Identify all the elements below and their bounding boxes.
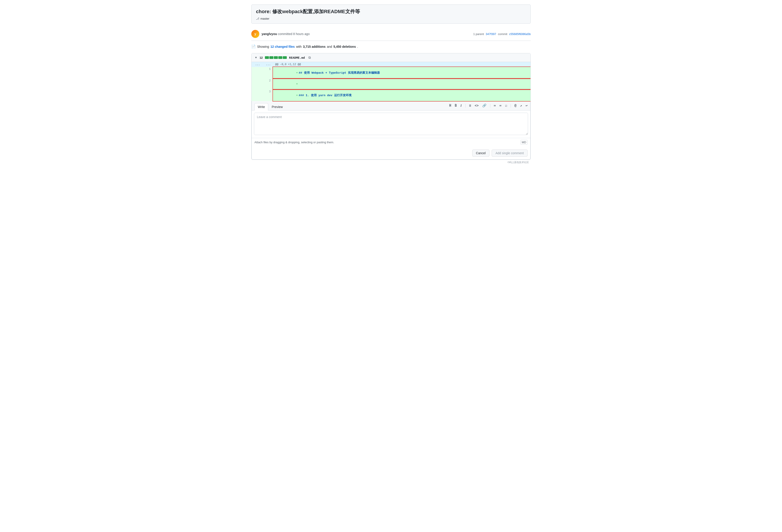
diff-file-count: 12 [259,56,263,59]
additions-count: 3,715 additions [303,45,326,48]
commit-hash-link[interactable]: c55685f6086a5b [509,32,531,36]
markdown-icon: MD [521,140,528,145]
avatar: y [251,30,259,38]
toolbar-icons: H B I ≡ <> 🔗 ≔ ≕ ☑ @ ↗ ↩ [449,104,528,109]
stats-and: and [327,45,332,48]
diff-code-2: + [273,78,531,90]
diff-table: ... ... @@ -0,0 +1,12 @@ 1 +## 使用 Webpac… [251,62,531,101]
toolbar-undo[interactable]: ↩ [526,104,528,107]
diff-new-num-2: 2 [262,78,273,90]
diff-line-1: 1 +## 使用 Webpack + TypeScript 实现简易的富文本编辑… [251,67,531,78]
branch-badge: ⎇ master [256,17,270,20]
diff-old-num-1 [251,67,262,78]
diff-new-num-1: 1 [262,67,273,78]
comment-footer: Attach files by dragging & dropping, sel… [252,138,530,147]
commit-header: chore: 修改webpack配置,添加README文件等 ⎇ master [251,4,531,24]
stats-middle: with [296,45,302,48]
changed-files-link[interactable]: 12 changed files [271,45,295,48]
toolbar-link[interactable]: 🔗 [482,104,487,107]
diff-sign-1: + [296,71,298,74]
diff-old-num-3 [251,90,262,101]
commit-time: committed 8 hours ago [278,32,310,36]
diff-code-text-3: ### 1. 使用 yarn dev 运行开发环境 [298,94,352,97]
diff-code-text-1: ## 使用 Webpack + TypeScript 实现简易的富文本编辑器 [298,71,380,74]
diff-bar-3 [274,56,278,59]
comment-textarea-wrapper [252,110,530,138]
toolbar-quote[interactable]: ≡ [469,104,471,107]
commit-title: chore: 修改webpack配置,添加README文件等 [256,8,526,15]
diff-bar-5 [283,56,287,59]
toolbar-heading[interactable]: H [449,104,451,107]
diff-sign-2: + [296,82,298,86]
deletions-count: 5,450 deletions [333,45,356,48]
collapse-button[interactable]: ▼ [255,56,257,59]
diff-header: ▼ 12 README.md ⧉ [251,53,531,62]
diff-bar-1 [265,56,269,59]
cancel-button[interactable]: Cancel [472,149,490,157]
comment-form-wrapper: Write Preview H B I ≡ <> 🔗 ≔ ≕ ☑ @ [251,101,531,159]
branch-icon: ⎇ [256,17,259,20]
toolbar-italic[interactable]: I [460,104,462,107]
toolbar-sep-1 [465,104,466,108]
diff-stats-icon: 📄 [251,44,256,49]
diff-bar-4 [278,56,282,59]
branch-name: master [260,17,270,20]
watermark: ©码上面包技术社区 [251,160,531,165]
toolbar-task-list[interactable]: ☑ [505,104,507,107]
tab-write[interactable]: Write [254,103,268,110]
commit-label: commit [498,32,507,36]
add-comment-button[interactable]: Add single comment [492,149,528,157]
page-container: chore: 修改webpack配置,添加README文件等 ⎇ master … [246,0,536,169]
hunk-header-code: @@ -0,0 +1,12 @@ [273,62,531,67]
parent-label: 1 parent [473,32,484,36]
commit-meta-right: 1 parent 347f397 commit c55685f6086a5b [473,32,531,36]
hunk-new-num: ... [262,62,273,67]
toolbar-reference[interactable]: ↗ [520,104,522,107]
attach-text: Attach files by dragging & dropping, sel… [254,141,334,144]
tab-buttons: Write Preview [254,103,286,110]
diff-filename: README.md [289,56,305,59]
diff-sign-3: + [296,94,298,97]
diff-code-3: +### 1. 使用 yarn dev 运行开发环境 [273,90,531,101]
diff-bar-2 [270,56,273,59]
copy-filename-button[interactable]: ⧉ [309,56,311,60]
hunk-header-row: ... ... @@ -0,0 +1,12 @@ [251,62,531,67]
diff-line-3: 3 +### 1. 使用 yarn dev 运行开发环境 [251,90,531,101]
diff-line-2: 2 + [251,78,531,90]
diff-container: ▼ 12 README.md ⧉ ... ... @@ -0,0 +1,12 @… [251,53,531,160]
author-left: y yanglvyou committed 8 hours ago [251,30,310,38]
toolbar-code[interactable]: <> [475,104,479,107]
diff-bars [265,56,287,59]
toolbar-sep-3 [510,104,511,108]
comment-textarea[interactable] [254,113,528,135]
stats-row: 📄 Showing 12 changed files with 3,715 ad… [251,44,531,49]
author-name[interactable]: yanglvyou [261,32,277,36]
hunk-old-num: ... [251,62,262,67]
comment-tabs: Write Preview H B I ≡ <> 🔗 ≔ ≕ ☑ @ [252,101,530,110]
toolbar-unordered-list[interactable]: ≔ [494,104,496,107]
diff-code-1: +## 使用 Webpack + TypeScript 实现简易的富文本编辑器 [273,67,531,78]
stats-prefix: Showing [257,45,269,48]
diff-new-num-3: 3 [262,90,273,101]
author-row: y yanglvyou committed 8 hours ago 1 pare… [251,27,531,41]
comment-actions: Cancel Add single comment [252,147,530,159]
stats-suffix: . [357,45,358,48]
tab-preview[interactable]: Preview [268,103,286,110]
toolbar-ordered-list[interactable]: ≕ [499,104,501,107]
diff-old-num-2 [251,78,262,90]
toolbar-sep-2 [490,104,490,108]
toolbar-bold[interactable]: B [455,104,457,107]
toolbar-mention[interactable]: @ [514,104,517,107]
parent-hash-link[interactable]: 347f397 [486,32,496,36]
